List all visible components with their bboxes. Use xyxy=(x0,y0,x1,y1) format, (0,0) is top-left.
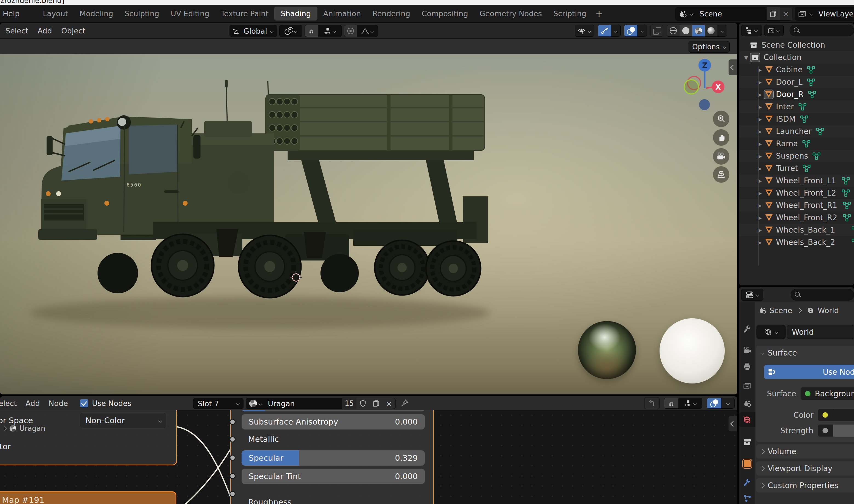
tab-uv-editing[interactable]: UV Editing xyxy=(165,9,215,18)
outliner-row-door-l[interactable]: ▶ Door_L xyxy=(739,76,854,88)
scene-selector[interactable]: Scene × xyxy=(675,7,792,20)
tab-compositing[interactable]: Compositing xyxy=(416,9,474,18)
world-name[interactable]: World xyxy=(787,328,814,337)
outliner-row-turret[interactable]: ▶ Turret xyxy=(739,162,854,175)
material-browse-dropdown[interactable] xyxy=(246,398,265,409)
show-gizmo-toggle[interactable] xyxy=(598,25,611,36)
outliner-row-wheel-front-l2[interactable]: ▶ Wheel_Front_L2 xyxy=(739,187,854,199)
unlink-scene-button[interactable]: × xyxy=(780,7,792,20)
output-tab[interactable] xyxy=(743,362,752,372)
orientation-value[interactable]: Global xyxy=(240,27,270,35)
expand-triangle[interactable]: ▶ xyxy=(756,227,764,233)
scene-tab[interactable] xyxy=(743,399,752,408)
outliner-row-wheel-front-l1[interactable]: ▶ Wheel_Front_L1 xyxy=(739,175,854,187)
outliner-row-isdm[interactable]: ▶ ISDM xyxy=(739,113,854,125)
outliner-row-scene-collection[interactable]: Scene Collection xyxy=(739,39,854,51)
shader-menu-select[interactable]: Select xyxy=(0,399,21,408)
shader-menu-add[interactable]: Add xyxy=(21,399,44,408)
collection-tab[interactable] xyxy=(743,437,752,447)
snap-target-dropdown[interactable] xyxy=(678,398,702,409)
pan-button[interactable] xyxy=(713,129,729,146)
outliner-row-suspens[interactable]: ▶ Suspens xyxy=(739,150,854,162)
map-node[interactable]: Map #191 xyxy=(0,491,176,504)
camera-view-button[interactable] xyxy=(713,148,729,165)
scene-name[interactable]: Scene xyxy=(693,10,767,18)
world-name-field[interactable]: World xyxy=(787,325,853,339)
slider-specular-tint[interactable]: Specular Tint 0.000 xyxy=(241,469,425,484)
expand-triangle[interactable]: ▶ xyxy=(756,116,764,122)
new-material-button[interactable] xyxy=(369,398,383,409)
outliner-row-collection[interactable]: ▼ Collection xyxy=(739,51,854,64)
options-dropdown[interactable]: Options xyxy=(689,41,730,53)
tab-sculpting[interactable]: Sculpting xyxy=(119,9,165,18)
shading-rendered-button[interactable] xyxy=(705,25,717,36)
scene-icon[interactable] xyxy=(676,7,690,20)
snap-target-dropdown[interactable] xyxy=(318,25,342,37)
outliner-row-wheels-back-2[interactable]: ▶ Wheels_Back_2 xyxy=(739,236,854,249)
shading-material-preview-button[interactable] xyxy=(692,25,705,36)
overlays-dropdown[interactable] xyxy=(637,25,647,36)
socket-specular-tint[interactable] xyxy=(230,473,236,479)
viewport-menu-select[interactable]: Select xyxy=(4,26,30,35)
pin-icon[interactable] xyxy=(400,399,408,407)
world-browse-dropdown[interactable] xyxy=(757,325,785,339)
object-type-visibility-dropdown[interactable] xyxy=(575,25,594,37)
view-layer-icon[interactable] xyxy=(795,7,810,20)
tool-tab[interactable] xyxy=(743,324,752,333)
viewport-display-panel[interactable]: Viewport Display xyxy=(756,461,854,475)
outliner-row-wheels-back-1[interactable]: ▶ Wheels_Back_1 xyxy=(739,224,854,236)
tab-animation[interactable]: Animation xyxy=(317,9,367,18)
principled-bsdf-node[interactable]: Subsurface IOR 1.400 Subsurface Anisotro… xyxy=(230,410,434,504)
socket-roughness[interactable] xyxy=(230,491,236,497)
material-users-count[interactable]: 15 xyxy=(342,398,356,409)
tab-scripting[interactable]: Scripting xyxy=(548,9,592,18)
tab-layout[interactable]: Layout xyxy=(37,9,74,18)
view-layer-name[interactable]: ViewLayer xyxy=(813,10,854,18)
slider-subsurface-anisotropy[interactable]: Subsurface Anisotropy 0.000 xyxy=(241,414,425,430)
view-layer-selector[interactable]: ViewLayer xyxy=(795,7,854,20)
breadcrumb-scene[interactable]: Scene xyxy=(770,306,792,315)
outliner-row-wheel-front-r2[interactable]: ▶ Wheel_Front_R2 xyxy=(739,212,854,224)
color-socket-button[interactable] xyxy=(818,409,833,421)
expand-triangle[interactable]: ▶ xyxy=(756,202,764,209)
expand-triangle[interactable]: ▶ xyxy=(756,215,764,221)
node-canvas[interactable]: Color Space Non-Color Vector Uragan Map … xyxy=(0,410,737,504)
view-layer-tab[interactable] xyxy=(743,381,752,391)
world-tab-active[interactable] xyxy=(739,412,755,427)
expand-triangle[interactable]: ▶ xyxy=(756,104,764,110)
ortho-perspective-button[interactable] xyxy=(713,166,729,183)
material-name[interactable]: Uragan xyxy=(265,399,342,408)
overlays-dropdown[interactable] xyxy=(721,398,734,409)
tab-rendering[interactable]: Rendering xyxy=(367,9,416,18)
modifiers-tab[interactable] xyxy=(743,477,752,486)
object-tab[interactable] xyxy=(743,459,752,468)
new-scene-button[interactable] xyxy=(767,7,780,20)
transform-orientation-dropdown[interactable]: Global xyxy=(230,25,277,37)
expand-triangle[interactable]: ▶ xyxy=(756,165,764,172)
toggle-xray-button[interactable] xyxy=(650,25,664,37)
tab-modeling[interactable]: Modeling xyxy=(74,9,119,18)
constraints-tab[interactable] xyxy=(743,493,752,503)
shading-solid-button[interactable] xyxy=(679,25,692,36)
expand-triangle[interactable]: ▶ xyxy=(756,79,764,85)
tab-shading-active[interactable]: Shading xyxy=(274,6,317,20)
expand-triangle[interactable]: ▶ xyxy=(756,141,764,147)
outliner-row-rama[interactable]: ▶ Rama xyxy=(739,138,854,150)
outliner-row-door-r[interactable]: ▶ Door_R xyxy=(739,88,854,101)
shading-dropdown[interactable] xyxy=(717,25,727,36)
properties-search-input[interactable] xyxy=(791,289,854,301)
slider-specular[interactable]: Specular 0.329 xyxy=(241,450,425,466)
custom-properties-panel[interactable]: Custom Properties xyxy=(756,478,854,492)
zoom-button[interactable] xyxy=(713,111,729,127)
breadcrumb-world[interactable]: World xyxy=(818,306,839,315)
snap-toggle[interactable] xyxy=(664,398,678,409)
socket-subsurface-anisotropy[interactable] xyxy=(230,419,236,425)
color-swatch[interactable] xyxy=(833,409,854,421)
outliner-row-cabine[interactable]: ▶ Cabine xyxy=(739,64,854,76)
expand-triangle[interactable]: ▶ xyxy=(756,91,764,97)
viewport-menu-add[interactable]: Add xyxy=(36,26,53,35)
snap-toggle[interactable] xyxy=(305,25,318,37)
node-sidebar-collapse-tab[interactable] xyxy=(729,416,737,431)
tab-geometry-nodes[interactable]: Geometry Nodes xyxy=(474,9,548,18)
collapse-triangle[interactable]: ▼ xyxy=(742,54,750,60)
